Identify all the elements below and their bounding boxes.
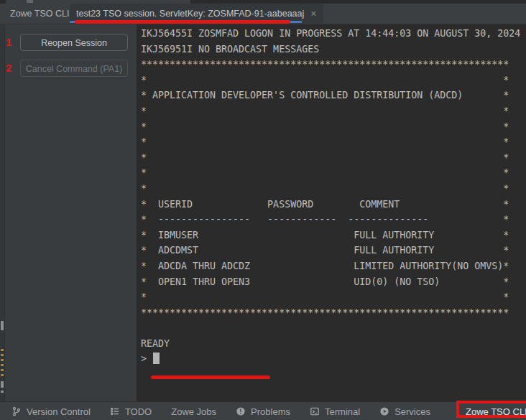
tool-window-header: Zowe TSO CLI: test23 TSO session. Servle… <box>0 4 526 24</box>
reopen-session-button[interactable]: Reopen Session <box>20 34 128 51</box>
annotation-underline-prompt <box>151 375 270 379</box>
terminal-icon <box>310 406 320 416</box>
tab-title: test23 TSO session. ServletKey: ZOSMFAD-… <box>76 9 304 19</box>
cancel-command-button: Cancel Command (PA1) <box>20 60 128 77</box>
toolbar-item-problems[interactable]: Problems <box>236 406 290 417</box>
toolbar-item-label: Zowe Jobs <box>171 406 216 417</box>
todo-list-icon <box>110 406 120 416</box>
session-actions-sidebar: 1 Reopen Session 2 Cancel Command (PA1) <box>0 24 137 401</box>
tool-window-bar: Version Control TODO Zowe Jobs Pr <box>0 401 526 420</box>
editor-stripe-sliver <box>0 24 5 401</box>
toolbar-item-services[interactable]: Services <box>379 406 430 417</box>
tso-terminal[interactable]: IKJ56455I ZOSMFAD LOGON IN PROGRESS AT 1… <box>137 24 526 401</box>
git-branch-icon <box>11 406 22 416</box>
zowe-tso-cli-tool-window: Zowe TSO CLI: test23 TSO session. Servle… <box>0 0 526 420</box>
terminal-screen: IKJ56455I ZOSMFAD LOGON IN PROGRESS AT 1… <box>137 24 526 367</box>
toolbar-item-label: Zowe TSO CLI <box>466 406 526 417</box>
toolbar-item-todo[interactable]: TODO <box>110 406 152 417</box>
tool-window-title: Zowe TSO CLI: <box>10 4 72 24</box>
services-icon <box>379 406 389 416</box>
toolbar-item-label: Problems <box>251 406 290 417</box>
toolbar-item-label: Terminal <box>325 406 360 417</box>
terminal-cursor[interactable] <box>153 353 160 364</box>
annotation-step-1: 1 <box>6 36 11 48</box>
toolbar-item-terminal[interactable]: Terminal <box>310 406 360 417</box>
toolbar-item-label: TODO <box>125 406 152 417</box>
annotation-underline-tab <box>75 20 290 24</box>
problems-icon <box>236 406 246 416</box>
annotation-step-2: 2 <box>6 62 11 74</box>
toolbar-item-version-control[interactable]: Version Control <box>11 406 91 417</box>
top-edge-icon <box>27 0 33 3</box>
terminal-output: IKJ56455I ZOSMFAD LOGON IN PROGRESS AT 1… <box>141 28 520 364</box>
close-icon[interactable]: × <box>310 9 316 19</box>
toolbar-item-label: Services <box>394 406 430 417</box>
toolbar-item-zowe-tso-cli[interactable]: Zowe TSO CLI <box>466 406 526 417</box>
toolbar-item-label: Version Control <box>27 406 91 417</box>
toolbar-item-zowe-jobs[interactable]: Zowe Jobs <box>171 406 216 417</box>
